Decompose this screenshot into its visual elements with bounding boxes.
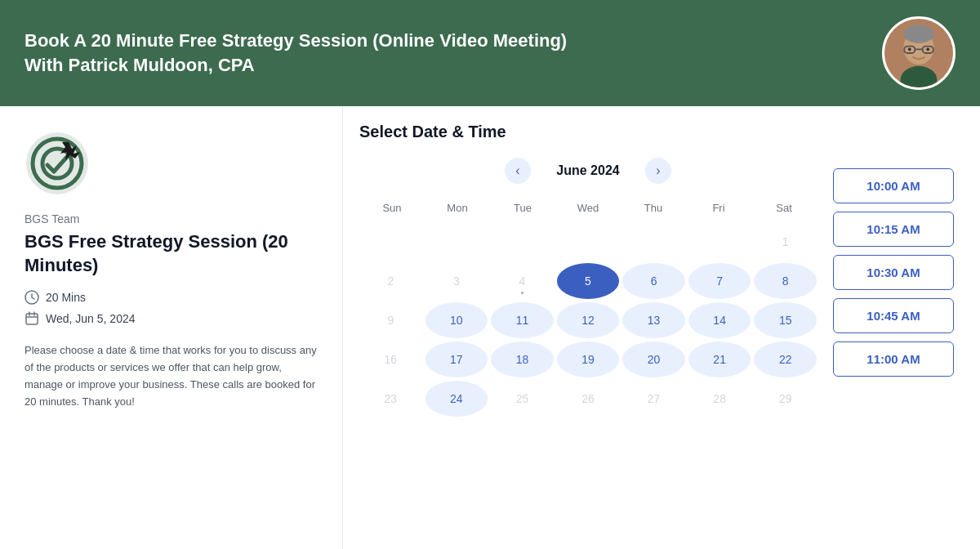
calendar-day: 9 [359, 302, 422, 338]
svg-point-7 [926, 47, 929, 51]
svg-point-2 [903, 25, 933, 42]
calendar-week: 9101112131415 [359, 302, 817, 338]
calendar-day[interactable]: 20 [622, 341, 685, 377]
time-slot-button[interactable]: 11:00 AM [833, 341, 954, 377]
team-name: BGS Team [24, 212, 318, 225]
time-slot-button[interactable]: 10:15 AM [833, 212, 954, 247]
calendar-icon [24, 311, 39, 326]
calendar-week: 1 [359, 224, 817, 260]
time-slots-section: 10:00 AM10:15 AM10:30 AM10:45 AM11:00 AM [833, 168, 980, 549]
day-header-tue: Tue [490, 197, 555, 219]
day-header-sat: Sat [751, 197, 817, 219]
selected-date-label: Wed, Jun 5, 2024 [46, 312, 135, 325]
calendar-day: 29 [754, 381, 817, 417]
calendar-day [622, 224, 685, 260]
right-panel: Select Date & Time ‹ June 2024 › Sun Mon… [343, 106, 980, 549]
duration-label: 20 Mins [46, 291, 86, 304]
calendar-day: 4 [491, 263, 554, 299]
calendar-grid: Sun Mon Tue Wed Thu Fri Sat 123456789101… [359, 197, 817, 417]
section-title: Select Date & Time [359, 123, 817, 141]
page-title: Book A 20 Minute Free Strategy Session (… [24, 29, 596, 77]
calendar-day: 1 [754, 224, 817, 260]
description: Please choose a date & time that works f… [24, 342, 318, 410]
calendar-week: 23242526272829 [359, 381, 817, 417]
calendar-day: 3 [425, 263, 488, 299]
day-headers: Sun Mon Tue Wed Thu Fri Sat [359, 197, 817, 219]
calendar-day [557, 224, 620, 260]
calendar-day[interactable]: 18 [491, 341, 554, 377]
calendar-day[interactable]: 19 [557, 341, 620, 377]
calendar-day [491, 224, 554, 260]
calendar-day[interactable]: 24 [425, 381, 488, 417]
calendar-day [359, 224, 422, 260]
calendar-day: 26 [557, 381, 620, 417]
calendar-day[interactable]: 10 [425, 302, 488, 338]
month-label: June 2024 [547, 163, 629, 178]
calendar-day[interactable]: 14 [688, 302, 751, 338]
day-header-mon: Mon [425, 197, 490, 219]
main-content: BGS Team BGS Free Strategy Session (20 M… [0, 106, 980, 549]
calendar-day: 27 [622, 381, 685, 417]
calendar-day [688, 224, 751, 260]
calendar-day[interactable]: 22 [754, 341, 817, 377]
next-month-button[interactable]: › [645, 158, 671, 184]
date-meta: Wed, Jun 5, 2024 [24, 311, 318, 326]
calendar-nav: ‹ June 2024 › [359, 158, 817, 184]
time-slot-button[interactable]: 10:45 AM [833, 298, 954, 333]
time-slot-button[interactable]: 10:30 AM [833, 255, 954, 290]
calendar-day[interactable]: 6 [622, 263, 685, 299]
day-header-fri: Fri [686, 197, 751, 219]
calendar-day[interactable]: 17 [425, 341, 488, 377]
calendar-day: 28 [688, 381, 751, 417]
avatar [882, 16, 956, 90]
day-header-thu: Thu [621, 197, 686, 219]
calendar-day[interactable]: 8 [754, 263, 817, 299]
calendar-day[interactable]: 11 [491, 302, 554, 338]
calendar-week: 2345678 [359, 263, 817, 299]
prev-month-button[interactable]: ‹ [505, 158, 531, 184]
calendar-day[interactable]: 5 [557, 263, 620, 299]
calendar-day[interactable]: 15 [754, 302, 817, 338]
calendar-day[interactable]: 21 [688, 341, 751, 377]
time-slot-button[interactable]: 10:00 AM [833, 168, 954, 203]
day-header-sun: Sun [359, 197, 425, 219]
calendar-day: 25 [491, 381, 554, 417]
svg-rect-13 [26, 314, 38, 324]
logo-icon [24, 131, 90, 196]
clock-icon [24, 290, 39, 305]
calendar-day: 2 [359, 263, 422, 299]
page-header: Book A 20 Minute Free Strategy Session (… [0, 0, 980, 106]
left-panel: BGS Team BGS Free Strategy Session (20 M… [0, 106, 343, 549]
calendar-day[interactable]: 13 [622, 302, 685, 338]
session-title: BGS Free Strategy Session (20 Minutes) [24, 230, 318, 277]
calendar-day[interactable]: 12 [557, 302, 620, 338]
duration-meta: 20 Mins [24, 290, 318, 305]
day-header-wed: Wed [555, 197, 621, 219]
calendar-day [425, 224, 488, 260]
calendar-day: 16 [359, 341, 422, 377]
calendar-weeks: 1234567891011121314151617181920212223242… [359, 224, 817, 417]
svg-point-6 [908, 47, 911, 51]
svg-point-9 [26, 132, 88, 194]
avatar-image [884, 16, 953, 90]
calendar-day[interactable]: 7 [688, 263, 751, 299]
calendar-section: Select Date & Time ‹ June 2024 › Sun Mon… [343, 123, 833, 549]
calendar-day: 23 [359, 381, 422, 417]
calendar-week: 16171819202122 [359, 341, 817, 377]
